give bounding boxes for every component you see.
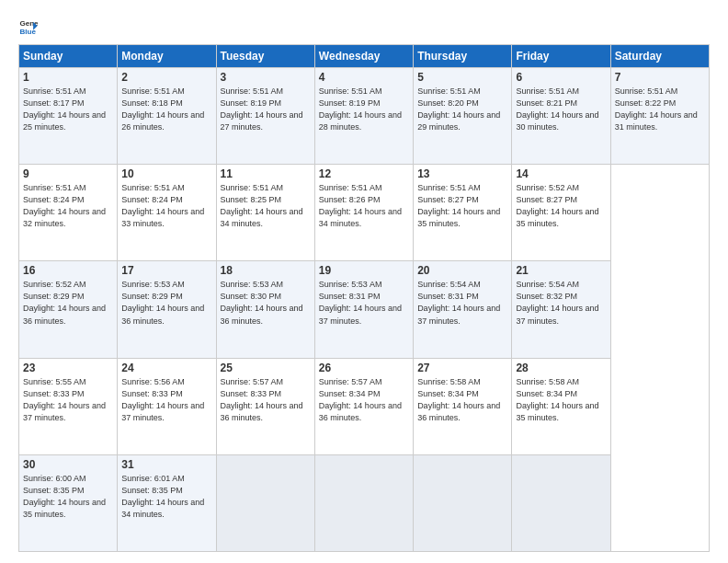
calendar-cell: 17Sunrise: 5:53 AMSunset: 8:29 PMDayligh…	[118, 261, 216, 358]
calendar-cell	[216, 454, 314, 551]
day-info: Sunrise: 5:57 AMSunset: 8:34 PMDaylight:…	[319, 376, 409, 424]
calendar-cell: 13Sunrise: 5:51 AMSunset: 8:27 PMDayligh…	[414, 165, 512, 261]
day-number: 6	[516, 71, 606, 84]
calendar-cell	[512, 454, 610, 551]
calendar-cell: 27Sunrise: 5:58 AMSunset: 8:34 PMDayligh…	[414, 358, 512, 454]
header: General Blue	[18, 17, 710, 37]
header-cell-monday: Monday	[118, 45, 216, 68]
day-number: 3	[221, 71, 311, 84]
day-number: 18	[221, 264, 311, 277]
day-number: 23	[23, 362, 113, 374]
day-info: Sunrise: 5:51 AMSunset: 8:24 PMDaylight:…	[23, 182, 113, 230]
day-info: Sunrise: 5:52 AMSunset: 8:27 PMDaylight:…	[516, 182, 606, 230]
day-number: 12	[319, 167, 409, 180]
calendar-cell: 11Sunrise: 5:51 AMSunset: 8:25 PMDayligh…	[216, 165, 314, 261]
calendar-cell: 31Sunrise: 6:01 AMSunset: 8:35 PMDayligh…	[118, 454, 216, 551]
header-cell-sunday: Sunday	[19, 45, 118, 68]
day-number: 30	[23, 458, 113, 471]
day-info: Sunrise: 5:51 AMSunset: 8:19 PMDaylight:…	[319, 86, 409, 133]
calendar-cell: 4Sunrise: 5:51 AMSunset: 8:19 PMDaylight…	[314, 68, 413, 165]
day-number: 14	[516, 167, 606, 180]
calendar-cell: 28Sunrise: 5:58 AMSunset: 8:34 PMDayligh…	[512, 358, 610, 454]
day-number: 7	[615, 71, 705, 84]
calendar-cell: 30Sunrise: 6:00 AMSunset: 8:35 PMDayligh…	[19, 454, 118, 551]
day-number: 13	[417, 167, 507, 180]
logo: General Blue	[18, 17, 39, 37]
day-info: Sunrise: 5:52 AMSunset: 8:29 PMDaylight:…	[23, 279, 113, 327]
calendar-cell: 18Sunrise: 5:53 AMSunset: 8:30 PMDayligh…	[216, 261, 314, 358]
day-number: 19	[319, 264, 409, 277]
day-info: Sunrise: 5:53 AMSunset: 8:30 PMDaylight:…	[221, 279, 311, 327]
calendar-cell: 20Sunrise: 5:54 AMSunset: 8:31 PMDayligh…	[414, 261, 512, 358]
calendar-week-row: 9Sunrise: 5:51 AMSunset: 8:24 PMDaylight…	[19, 165, 710, 261]
header-cell-friday: Friday	[512, 45, 610, 68]
day-info: Sunrise: 5:58 AMSunset: 8:34 PMDaylight:…	[516, 376, 606, 424]
calendar-cell: 24Sunrise: 5:56 AMSunset: 8:33 PMDayligh…	[118, 358, 216, 454]
calendar-cell: 3Sunrise: 5:51 AMSunset: 8:19 PMDaylight…	[216, 68, 314, 165]
calendar-week-row: 1Sunrise: 5:51 AMSunset: 8:17 PMDaylight…	[19, 68, 710, 165]
day-number: 20	[417, 264, 507, 277]
day-info: Sunrise: 5:51 AMSunset: 8:18 PMDaylight:…	[121, 86, 211, 133]
day-info: Sunrise: 5:51 AMSunset: 8:21 PMDaylight:…	[516, 86, 606, 133]
day-info: Sunrise: 5:51 AMSunset: 8:27 PMDaylight:…	[417, 182, 507, 230]
calendar-cell: 12Sunrise: 5:51 AMSunset: 8:26 PMDayligh…	[314, 165, 413, 261]
day-number: 24	[121, 362, 211, 374]
day-info: Sunrise: 5:58 AMSunset: 8:34 PMDaylight:…	[417, 376, 507, 424]
day-number: 1	[23, 71, 113, 84]
header-cell-wednesday: Wednesday	[314, 45, 413, 68]
calendar-cell	[414, 454, 512, 551]
calendar-cell	[314, 454, 413, 551]
day-number: 2	[121, 71, 211, 84]
day-info: Sunrise: 5:51 AMSunset: 8:24 PMDaylight:…	[121, 182, 211, 230]
header-cell-thursday: Thursday	[414, 45, 512, 68]
day-info: Sunrise: 5:53 AMSunset: 8:31 PMDaylight:…	[319, 279, 409, 327]
day-info: Sunrise: 6:00 AMSunset: 8:35 PMDaylight:…	[23, 473, 113, 521]
calendar-cell: 2Sunrise: 5:51 AMSunset: 8:18 PMDaylight…	[118, 68, 216, 165]
day-info: Sunrise: 5:54 AMSunset: 8:32 PMDaylight:…	[516, 279, 606, 327]
day-info: Sunrise: 5:51 AMSunset: 8:26 PMDaylight:…	[319, 182, 409, 230]
calendar-cell: 7Sunrise: 5:51 AMSunset: 8:22 PMDaylight…	[610, 68, 709, 165]
day-number: 10	[121, 167, 211, 180]
day-number: 11	[221, 167, 311, 180]
calendar-cell: 26Sunrise: 5:57 AMSunset: 8:34 PMDayligh…	[314, 358, 413, 454]
calendar-cell: 19Sunrise: 5:53 AMSunset: 8:31 PMDayligh…	[314, 261, 413, 358]
calendar-week-row: 30Sunrise: 6:00 AMSunset: 8:35 PMDayligh…	[19, 454, 710, 551]
day-number: 4	[319, 71, 409, 84]
day-info: Sunrise: 5:51 AMSunset: 8:22 PMDaylight:…	[615, 86, 705, 133]
day-info: Sunrise: 5:51 AMSunset: 8:19 PMDaylight:…	[221, 86, 311, 133]
calendar-cell: 21Sunrise: 5:54 AMSunset: 8:32 PMDayligh…	[512, 261, 610, 358]
day-number: 25	[221, 362, 311, 374]
calendar-cell: 25Sunrise: 5:57 AMSunset: 8:33 PMDayligh…	[216, 358, 314, 454]
calendar-cell: 5Sunrise: 5:51 AMSunset: 8:20 PMDaylight…	[414, 68, 512, 165]
day-info: Sunrise: 5:54 AMSunset: 8:31 PMDaylight:…	[417, 279, 507, 327]
calendar-cell: 1Sunrise: 5:51 AMSunset: 8:17 PMDaylight…	[19, 68, 118, 165]
day-info: Sunrise: 6:01 AMSunset: 8:35 PMDaylight:…	[121, 473, 211, 521]
day-number: 16	[23, 264, 113, 277]
day-number: 21	[516, 264, 606, 277]
day-info: Sunrise: 5:56 AMSunset: 8:33 PMDaylight:…	[121, 376, 211, 424]
calendar-week-row: 23Sunrise: 5:55 AMSunset: 8:33 PMDayligh…	[19, 358, 710, 454]
day-info: Sunrise: 5:51 AMSunset: 8:25 PMDaylight:…	[221, 182, 311, 230]
calendar-week-row: 16Sunrise: 5:52 AMSunset: 8:29 PMDayligh…	[19, 261, 710, 358]
calendar-header-row: SundayMondayTuesdayWednesdayThursdayFrid…	[19, 45, 710, 68]
day-info: Sunrise: 5:51 AMSunset: 8:17 PMDaylight:…	[23, 86, 113, 133]
calendar-cell: 9Sunrise: 5:51 AMSunset: 8:24 PMDaylight…	[19, 165, 118, 261]
calendar-table: SundayMondayTuesdayWednesdayThursdayFrid…	[18, 44, 710, 552]
calendar-cell: 23Sunrise: 5:55 AMSunset: 8:33 PMDayligh…	[19, 358, 118, 454]
day-number: 27	[417, 362, 507, 374]
day-info: Sunrise: 5:55 AMSunset: 8:33 PMDaylight:…	[23, 376, 113, 424]
day-info: Sunrise: 5:51 AMSunset: 8:20 PMDaylight:…	[417, 86, 507, 133]
day-number: 28	[516, 362, 606, 374]
header-cell-tuesday: Tuesday	[216, 45, 314, 68]
day-number: 31	[121, 458, 211, 471]
calendar-cell: 10Sunrise: 5:51 AMSunset: 8:24 PMDayligh…	[118, 165, 216, 261]
day-number: 5	[417, 71, 507, 84]
day-number: 26	[319, 362, 409, 374]
day-number: 9	[23, 167, 113, 180]
page: General Blue SundayMondayTuesdayWednesda…	[0, 0, 728, 563]
header-cell-saturday: Saturday	[610, 45, 709, 68]
logo-icon: General Blue	[18, 17, 39, 37]
calendar-cell: 16Sunrise: 5:52 AMSunset: 8:29 PMDayligh…	[19, 261, 118, 358]
day-info: Sunrise: 5:53 AMSunset: 8:29 PMDaylight:…	[121, 279, 211, 327]
calendar-cell: 14Sunrise: 5:52 AMSunset: 8:27 PMDayligh…	[512, 165, 610, 261]
